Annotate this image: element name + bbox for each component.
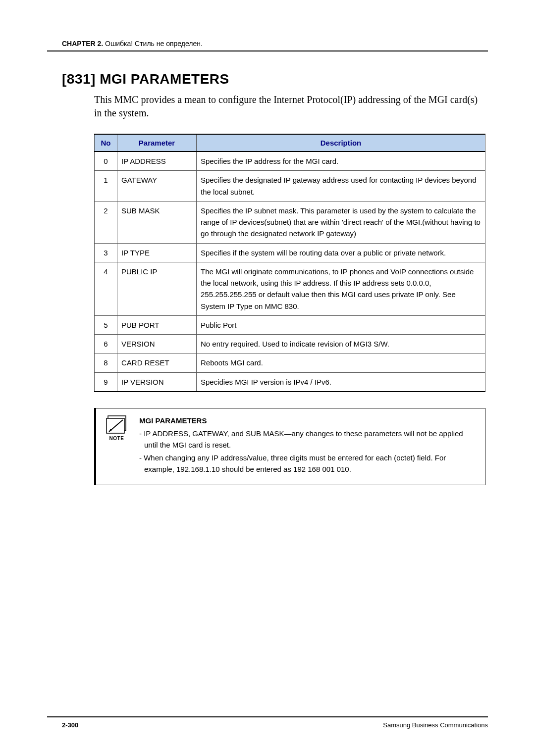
col-header-no: No — [95, 134, 117, 151]
table-row: 5 PUB PORT Public Port — [95, 315, 485, 334]
cell-param: PUBLIC IP — [117, 262, 197, 315]
intro-paragraph: This MMC provides a mean to configure th… — [94, 93, 483, 120]
cell-param: IP TYPE — [117, 243, 197, 262]
cell-no: 2 — [95, 201, 117, 243]
table-row: 4 PUBLIC IP The MGI will originate commu… — [95, 262, 485, 315]
cell-param: CARD RESET — [117, 353, 197, 372]
cell-desc: The MGI will originate communications, t… — [197, 262, 485, 315]
cell-no: 9 — [95, 372, 117, 392]
chapter-label: CHAPTER 2. — [62, 40, 103, 48]
page-header: CHAPTER 2. Ошибка! Стиль не определен. — [62, 40, 488, 48]
cell-desc: Specidies MGI IP version is IPv4 / IPv6. — [197, 372, 485, 392]
note-box: NOTE MGI PARAMETERS - IP ADDRESS, GATEWA… — [94, 408, 485, 486]
table-row: 1 GATEWAY Specifies the designated IP ga… — [95, 171, 485, 202]
cell-no: 4 — [95, 262, 117, 315]
table-row: 2 SUB MASK Specifies the IP subnet mask.… — [95, 201, 485, 243]
cell-param: GATEWAY — [117, 171, 197, 202]
col-header-description: Description — [197, 134, 485, 151]
page-footer: 2-300 Samsung Business Communications — [47, 716, 488, 729]
cell-param: IP ADDRESS — [117, 151, 197, 171]
cell-param: VERSION — [117, 335, 197, 353]
chapter-suffix: Ошибка! Стиль не определен. — [103, 40, 203, 48]
cell-desc: Specifies the designated IP gateway addr… — [197, 171, 485, 202]
footer-rule — [47, 716, 488, 717]
header-rule — [47, 50, 488, 51]
table-row: 6 VERSION No entry required. Used to ind… — [95, 335, 485, 353]
cell-desc: Specifies the IP subnet mask. This param… — [197, 201, 485, 243]
col-header-parameter: Parameter — [117, 134, 197, 151]
note-item: - When changing any IP address/value, th… — [139, 453, 477, 475]
page-number: 2-300 — [62, 721, 78, 729]
cell-param: IP VERSION — [117, 372, 197, 392]
cell-no: 1 — [95, 171, 117, 202]
table-row: 3 IP TYPE Specifies if the system will b… — [95, 243, 485, 262]
cell-desc: Reboots MGI card. — [197, 353, 485, 372]
cell-no: 6 — [95, 335, 117, 353]
cell-desc: Specifies the IP address for the MGI car… — [197, 151, 485, 171]
cell-param: SUB MASK — [117, 201, 197, 243]
cell-no: 5 — [95, 315, 117, 334]
cell-no: 3 — [95, 243, 117, 262]
table-row: 9 IP VERSION Specidies MGI IP version is… — [95, 372, 485, 392]
table-header-row: No Parameter Description — [95, 134, 485, 151]
cell-desc: Public Port — [197, 315, 485, 334]
table-row: 0 IP ADDRESS Specifies the IP address fo… — [95, 151, 485, 171]
cell-no: 8 — [95, 353, 117, 372]
note-icon — [106, 415, 128, 434]
note-body: MGI PARAMETERS - IP ADDRESS, GATEWAY, an… — [139, 415, 477, 477]
footer-company: Samsung Business Communications — [383, 721, 488, 729]
note-item: - IP ADDRESS, GATEWAY, and SUB MASK―any … — [139, 428, 477, 451]
cell-desc: Specifies if the system will be routing … — [197, 243, 485, 262]
table-row: 8 CARD RESET Reboots MGI card. — [95, 353, 485, 372]
note-label: NOTE — [103, 436, 130, 441]
note-icon-block: NOTE — [103, 415, 130, 477]
cell-no: 0 — [95, 151, 117, 171]
parameters-table: No Parameter Description 0 IP ADDRESS Sp… — [94, 134, 485, 392]
note-title: MGI PARAMETERS — [139, 415, 477, 427]
page-title: [831] MGI PARAMETERS — [62, 71, 488, 87]
cell-desc: No entry required. Used to indicate revi… — [197, 335, 485, 353]
cell-param: PUB PORT — [117, 315, 197, 334]
